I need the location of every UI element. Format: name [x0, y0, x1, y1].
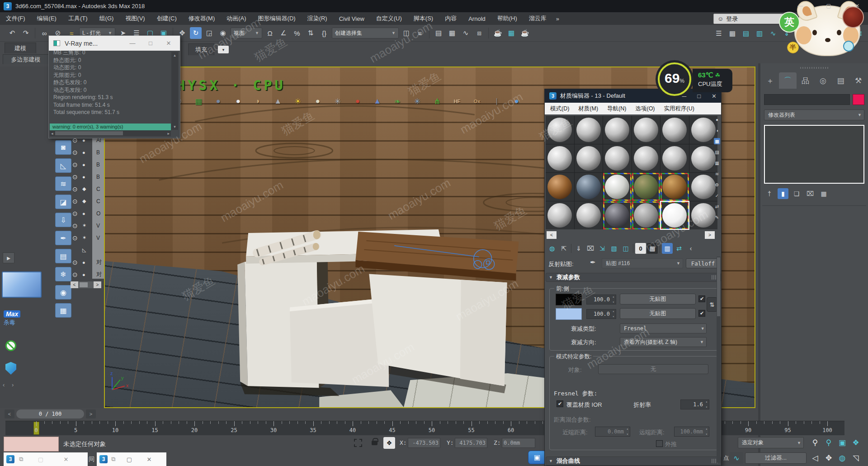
put-to-scene-icon[interactable]: ⇱ — [558, 243, 569, 254]
render-production-icon[interactable]: ☕ — [519, 27, 531, 39]
menu-item[interactable]: 编辑(E) — [31, 12, 62, 25]
select-by-material-icon[interactable]: ✓ — [714, 192, 720, 199]
explorer-scroll-left[interactable]: < — [71, 281, 78, 288]
me-close-button[interactable]: ✕ — [712, 93, 717, 100]
material-slot[interactable] — [603, 144, 632, 172]
me-menu-item[interactable]: 模式(D) — [550, 105, 569, 113]
isolate-toggle-icon[interactable]: ▣ — [528, 451, 546, 464]
mix-curve-rollout[interactable]: ▼ 混合曲线 — [546, 456, 721, 466]
lock-stack-icon[interactable]: ▮ — [778, 188, 788, 199]
box-tool-icon[interactable]: ▤ — [55, 249, 71, 263]
snaps-toggle-icon[interactable]: Ω — [264, 27, 276, 39]
configure-modifier-icon[interactable]: ▦ — [818, 188, 829, 199]
me-menu-item[interactable]: 导航(N) — [607, 105, 626, 113]
close-button[interactable]: ✕ — [849, 2, 865, 10]
select-scale-icon[interactable]: ◲ — [203, 27, 215, 39]
slots-scroll-left[interactable]: < — [547, 231, 557, 239]
align-icon[interactable]: ≡ — [414, 27, 426, 39]
expand-tray-button[interactable]: ▶ — [3, 252, 14, 263]
explorer-row[interactable]: ⊙◆C — [72, 195, 107, 207]
curve-icon[interactable]: ∿ — [767, 28, 779, 39]
menu-item[interactable]: 组(G) — [94, 12, 120, 25]
explorer-row[interactable]: ⊙●对 — [72, 268, 107, 281]
shell-icon[interactable]: ◗ — [250, 95, 266, 108]
maximize-icon[interactable]: ▢ — [28, 456, 53, 463]
waves-tool-icon[interactable]: ≋ — [55, 176, 71, 191]
list-icon[interactable]: ☰ — [713, 28, 725, 39]
menu-item[interactable]: Arnold — [462, 12, 491, 25]
zoom-extents-icon[interactable]: ▣ — [836, 436, 849, 449]
explorer-scroll-right[interactable]: > — [94, 281, 101, 288]
curve-editor-icon[interactable]: ∿ — [460, 27, 472, 39]
ribbon-tab-modeling[interactable]: 建模 — [5, 43, 36, 53]
menu-item[interactable]: 工具(T) — [62, 12, 94, 25]
pan-icon[interactable]: ✥ — [822, 451, 835, 465]
close-icon[interactable]: ✕ — [53, 456, 79, 463]
render-setup-icon[interactable]: ☕ — [492, 27, 504, 39]
vray-horizontal-scrollbar[interactable]: ◂▸ — [50, 130, 171, 136]
menu-item[interactable]: 脚本(S) — [408, 12, 439, 25]
remove-modifier-icon[interactable]: ⌧ — [805, 188, 816, 199]
vray-window-titlebar[interactable]: V-Ray me... — □ ✕ — [49, 36, 180, 51]
eye-icon[interactable]: ⊙ — [72, 149, 80, 156]
menu-item[interactable]: 自定义(U) — [370, 12, 408, 25]
material-slot[interactable] — [575, 116, 603, 144]
material-slot[interactable] — [689, 201, 718, 229]
pyramid-icon[interactable]: ▲ — [370, 95, 385, 108]
sun-icon[interactable]: ☀ — [290, 95, 306, 108]
tab-hierarchy[interactable]: 品 — [797, 72, 814, 89]
cream-ball-icon[interactable]: ● — [310, 95, 326, 108]
cone-icon[interactable]: ▲ — [270, 95, 286, 108]
menu-item[interactable]: 视图(V) — [119, 12, 151, 25]
material-slot[interactable] — [632, 144, 660, 172]
fov-icon[interactable]: ◁ — [809, 451, 821, 465]
download-icon[interactable]: ⇓ — [781, 28, 793, 39]
explorer-row[interactable]: ⊙●对 — [72, 256, 107, 268]
explorer-row[interactable]: ◺ — [72, 244, 107, 256]
minimized-window-2[interactable]: 3 ⧉ ▢ ✕ — [97, 452, 166, 466]
close-icon[interactable]: ✕ — [139, 456, 159, 463]
modifier-list-dropdown[interactable]: 修改器列表 ▼ — [764, 109, 864, 120]
grid-tool-icon[interactable]: ▦ — [55, 303, 71, 318]
menu-item[interactable]: 渲染(R) — [302, 12, 333, 25]
me-menu-item[interactable]: 选项(O) — [635, 105, 655, 113]
drop-icon[interactable]: ● — [211, 95, 226, 108]
image-tool-icon[interactable]: ◪ — [55, 195, 71, 209]
object-name-field[interactable] — [764, 94, 850, 105]
named-selection-icon[interactable]: {} — [318, 27, 330, 39]
assign-to-selection-icon[interactable]: ⇲ — [597, 243, 608, 254]
material-slot[interactable] — [689, 173, 718, 201]
swap-colors-button[interactable]: ⇅ — [707, 297, 717, 312]
tray-arrows[interactable]: ‹ › — [3, 381, 16, 388]
side-color-swatch[interactable] — [556, 308, 582, 320]
options-icon[interactable]: ⚙ — [714, 181, 720, 188]
menu-item[interactable]: 动画(A) — [221, 12, 252, 25]
front-amount-spinner[interactable]: 100.0 — [586, 295, 616, 304]
explorer-scrollbar[interactable] — [78, 281, 94, 288]
eye-icon[interactable]: ⊙ — [72, 210, 80, 217]
leaf-icon[interactable]: ❧ — [390, 95, 405, 108]
me-scrollbar[interactable] — [717, 257, 721, 463]
override-ior-checkbox[interactable]: ✔ — [557, 400, 563, 407]
pin-tool-icon[interactable]: ✒ — [55, 231, 71, 245]
red-ball-icon[interactable]: ● — [350, 95, 365, 108]
menu-item[interactable]: Civil View — [333, 12, 370, 25]
ruler-tool-icon[interactable]: ◺ — [55, 158, 71, 173]
menu-overflow-chevron[interactable]: » — [552, 15, 563, 22]
material-slot[interactable] — [546, 144, 574, 172]
explorer-row[interactable]: ⊙●B — [72, 158, 107, 171]
selected-objects-dropdown[interactable]: 选定对象 ▼ — [738, 437, 804, 448]
grid-icon[interactable]: ▦ — [726, 28, 738, 39]
go-forward-icon[interactable]: ⇄ — [674, 243, 684, 254]
ribbon-toggle-icon[interactable]: ▦ — [446, 27, 458, 39]
background-icon[interactable]: ▩ — [714, 138, 720, 144]
minimized-window-1[interactable]: 3 ⧉ ▢ ✕ — [4, 452, 88, 466]
show-in-viewport-icon[interactable]: ▥ — [662, 243, 673, 254]
pattern-icon[interactable]: ▨ — [714, 149, 720, 155]
vray-minimize-button[interactable]: — — [126, 40, 139, 47]
monitor-icon[interactable]: ▭ — [826, 28, 838, 39]
material-slot[interactable] — [660, 201, 689, 229]
selection-region-icon[interactable] — [354, 439, 362, 447]
eye-icon[interactable]: ⊙ — [72, 173, 80, 181]
menu-item[interactable]: 帮助(H) — [491, 12, 523, 25]
